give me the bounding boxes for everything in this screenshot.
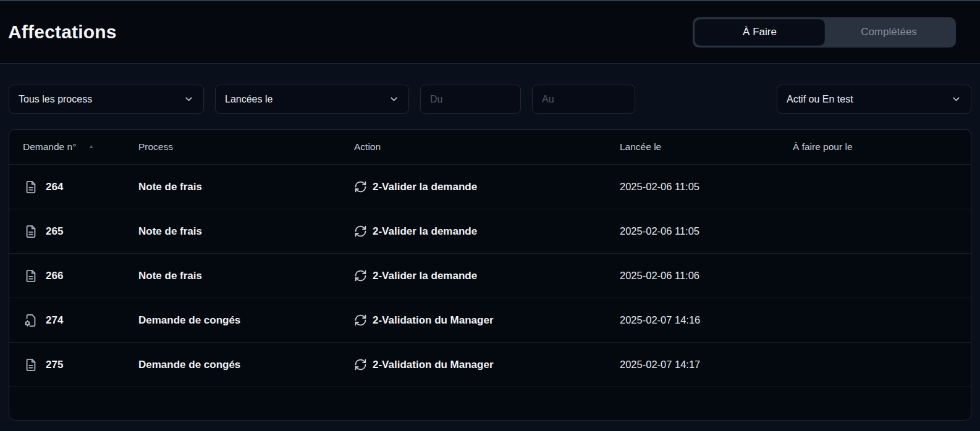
- request-id-cell: 264: [9, 180, 138, 194]
- refresh-icon: [354, 269, 367, 282]
- process-filter-value: Tous les process: [19, 94, 92, 105]
- tab-a-faire[interactable]: À Faire: [695, 20, 824, 45]
- refresh-icon: [354, 180, 367, 193]
- refresh-icon: [354, 225, 367, 238]
- request-id: 265: [46, 225, 63, 238]
- launched-date-cell: 2025-02-06 11:05: [620, 181, 793, 193]
- action-cell: 2-Validation du Manager: [354, 314, 620, 327]
- action-cell: 2-Valider la demande: [354, 180, 620, 193]
- file-lines-icon: [24, 225, 38, 238]
- table-row[interactable]: 274Demande de congés2-Validation du Mana…: [9, 298, 971, 342]
- process-cell: Note de frais: [138, 181, 354, 193]
- column-header-lancee-le[interactable]: Lancée le: [620, 141, 793, 153]
- process-cell: Note de frais: [138, 270, 354, 282]
- launched-filter-dropdown[interactable]: Lancées le: [215, 85, 409, 114]
- date-from-input[interactable]: [420, 85, 521, 114]
- process-cell: Note de frais: [138, 225, 354, 238]
- request-id-cell: 265: [9, 225, 138, 238]
- process-filter-dropdown[interactable]: Tous les process: [9, 85, 204, 114]
- process-cell: Demande de congés: [138, 359, 354, 371]
- launched-date-cell: 2025-02-06 11:06: [620, 270, 793, 282]
- status-filter-value: Actif ou En test: [787, 94, 853, 105]
- status-filter-dropdown[interactable]: Actif ou En test: [777, 85, 971, 114]
- column-header-a-faire-pour-le[interactable]: À faire pour le: [793, 141, 971, 153]
- chevron-down-icon: [951, 94, 961, 104]
- request-id: 275: [46, 359, 63, 371]
- action-cell: 2-Valider la demande: [354, 269, 620, 282]
- action-label: 2-Valider la demande: [373, 181, 477, 193]
- file-lines-icon: [24, 269, 38, 283]
- request-id-cell: 274: [9, 314, 138, 327]
- action-cell: 2-Validation du Manager: [354, 358, 620, 371]
- table-header-row: Demande n° Process Action Lancée le À fa…: [9, 130, 971, 164]
- refresh-icon: [354, 358, 367, 371]
- column-header-demande[interactable]: Demande n°: [9, 141, 138, 153]
- table-body: 264Note de frais2-Valider la demande2025…: [9, 164, 971, 387]
- action-label: 2-Valider la demande: [373, 270, 477, 282]
- assignments-table: Demande n° Process Action Lancée le À fa…: [9, 129, 971, 421]
- refresh-icon: [354, 314, 367, 327]
- launched-date-cell: 2025-02-07 14:17: [620, 359, 793, 370]
- file-lines-icon: [24, 180, 38, 194]
- table-row[interactable]: 266Note de frais2-Valider la demande2025…: [9, 253, 971, 298]
- chevron-down-icon: [389, 94, 399, 104]
- action-label: 2-Validation du Manager: [373, 314, 494, 327]
- request-id: 274: [46, 314, 63, 327]
- file-gear-icon: [24, 314, 38, 327]
- main-content: Tous les process Lancées le Actif ou En …: [0, 85, 980, 421]
- request-id: 266: [46, 270, 63, 282]
- chevron-down-icon: [184, 94, 194, 104]
- table-row[interactable]: 265Note de frais2-Valider la demande2025…: [9, 209, 971, 253]
- tab-switcher: À Faire Complétées: [693, 17, 956, 48]
- table-row[interactable]: 275Demande de congés2-Validation du Mana…: [9, 342, 971, 387]
- tab-completees[interactable]: Complétées: [824, 20, 953, 45]
- page-header: Affectations À Faire Complétées: [0, 1, 980, 64]
- launched-filter-value: Lancées le: [225, 94, 272, 105]
- column-header-action[interactable]: Action: [354, 141, 620, 153]
- table-footer: [9, 387, 971, 420]
- table-row[interactable]: 264Note de frais2-Valider la demande2025…: [9, 164, 971, 209]
- file-lines-icon: [24, 358, 38, 372]
- launched-date-cell: 2025-02-06 11:05: [620, 225, 793, 237]
- column-header-process[interactable]: Process: [138, 141, 354, 153]
- request-id-cell: 266: [9, 269, 138, 283]
- date-to-input[interactable]: [532, 85, 635, 114]
- action-label: 2-Valider la demande: [373, 225, 477, 238]
- action-cell: 2-Valider la demande: [354, 225, 620, 238]
- launched-date-cell: 2025-02-07 14:16: [620, 314, 793, 326]
- request-id: 264: [46, 181, 63, 193]
- action-label: 2-Validation du Manager: [373, 359, 494, 371]
- process-cell: Demande de congés: [138, 314, 354, 327]
- page-title: Affectations: [8, 22, 117, 43]
- filter-bar: Tous les process Lancées le Actif ou En …: [9, 85, 971, 114]
- request-id-cell: 275: [9, 358, 138, 372]
